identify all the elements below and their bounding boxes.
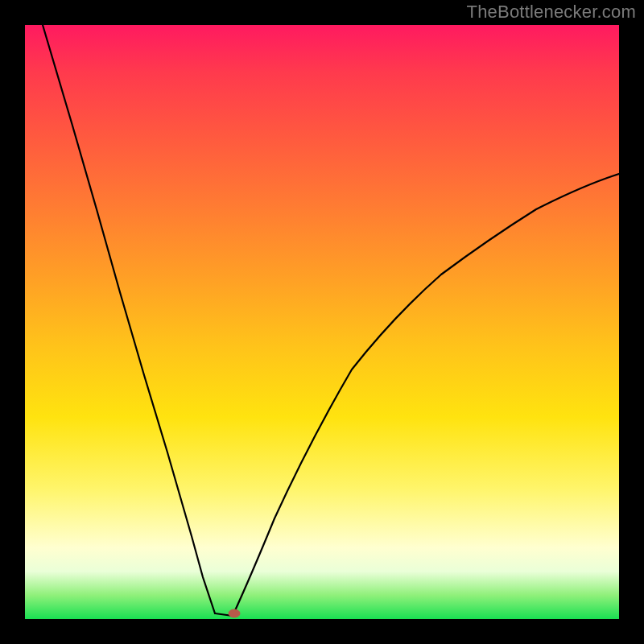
min-marker (229, 609, 240, 617)
bottleneck-curve (25, 25, 619, 619)
curve-right-branch (233, 174, 619, 616)
curve-left-branch (43, 25, 215, 613)
plot-area (25, 25, 619, 619)
chart-frame: TheBottlenecker.com (0, 0, 644, 644)
watermark-text: TheBottlenecker.com (467, 2, 636, 23)
